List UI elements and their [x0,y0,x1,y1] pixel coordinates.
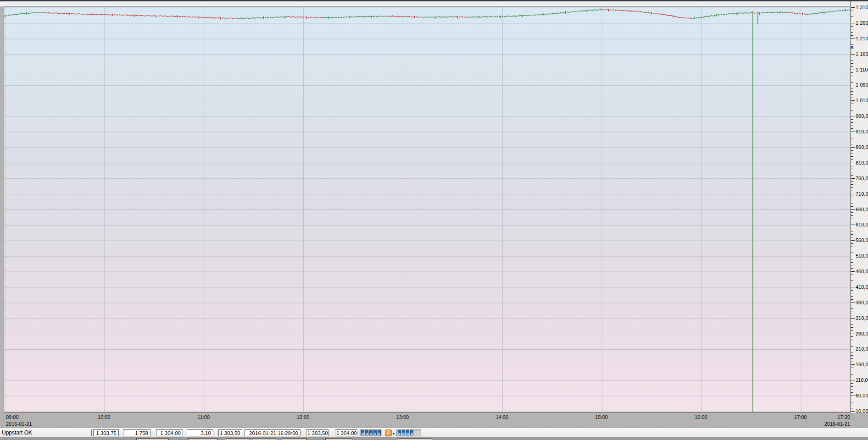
price-axis-label: 1 160,00 [856,52,868,57]
price-axis-tick [851,166,853,166]
price-axis-tick [851,321,853,321]
price-axis-label: 760,00 [856,176,868,181]
cut-off-button-top[interactable] [282,438,307,440]
price-axis-label: 910,00 [856,129,868,134]
price-axis-tick [851,312,853,312]
status-bar: Uppstart OK 1 303,751 7581 304,003,101 3… [0,428,868,437]
price-axis-tick [851,374,853,374]
axis-date-right: 2016-01-21 [824,421,850,427]
cut-off-button-top[interactable] [325,438,352,440]
price-axis-label: 860,00 [856,145,868,150]
time-axis-label: 14:00 [496,414,509,420]
price-axis-tick [851,265,853,265]
price-axis-tick [851,318,855,319]
price-axis-tick [851,197,853,197]
price-axis-tick [851,368,853,368]
indicator-segment [378,430,381,435]
price-axis-tick [851,262,853,263]
price-axis-tick [851,315,853,315]
price-axis-tick [851,390,853,390]
time-axis-label: 16:00 [695,414,707,420]
price-axis-tick [851,364,855,365]
price-axis-tick [851,237,853,237]
indicator-segment [373,430,377,435]
price-axis-tick [851,225,855,225]
price-axis-tick [851,16,853,17]
indicator-segment [369,430,373,435]
price-axis-tick [851,110,853,110]
indicator-segment [406,430,409,435]
price-axis-tick [851,206,853,207]
price-axis-tick [851,340,853,340]
cut-off-button-top[interactable] [252,438,277,440]
price-axis-tick [851,11,853,11]
price-axis-tick [851,132,855,132]
price-axis-tick [851,160,853,160]
price-axis-tick [851,178,855,179]
price-axis-tick [851,20,853,20]
price-axis-tick [851,287,855,287]
time-axis-label: 13:00 [396,414,409,420]
price-axis-label: 610,00 [856,222,868,227]
price-axis-label: 410,00 [856,285,868,290]
cut-off-button-top[interactable] [136,438,169,440]
price-axis-tick [851,330,853,331]
price-axis-tick [851,278,853,278]
price-axis-label: 1 310,00 [856,5,868,10]
price-axis-label: 110,00 [856,378,868,383]
price-axis-label: 310,00 [856,316,868,321]
cut-off-button-top[interactable] [398,438,432,440]
cut-off-toolbar-row [0,437,868,440]
price-axis-tick [851,182,853,182]
price-axis-tick [851,268,853,269]
price-axis-tick [851,42,853,42]
price-axis-tick [851,377,853,377]
price-axis-tick [851,60,853,60]
price-axis-label: 960,00 [856,114,868,119]
time-axis-label: 15:00 [595,414,608,420]
indicator-segment [410,430,413,435]
price-axis-tick [851,98,853,98]
price-axis-tick [851,163,855,163]
price-axis-tick [851,172,853,172]
price-axis-label: 1 110,00 [856,67,868,72]
cut-off-button-top[interactable] [188,438,218,440]
price-axis-tick [851,38,855,39]
price-axis-label: 810,00 [856,160,868,165]
price-chart-plot-area[interactable] [4,6,850,412]
price-axis-tick [851,402,853,402]
price-axis-tick [851,66,853,67]
price-axis-tick [851,408,853,408]
cut-off-button-top[interactable] [225,438,250,440]
price-axis-tick [851,44,853,45]
price-axis-tick [851,327,853,328]
price-axis-tick [851,104,853,104]
price-axis-label: 710,00 [856,192,868,197]
price-axis-tick [851,63,853,64]
price-axis-tick [851,240,855,241]
price-axis-tick [851,203,853,204]
price-axis-tick [851,343,853,343]
price-axis-label: 60,00 [856,393,868,398]
feed-dropdown-arrow-icon[interactable]: ▾ [393,432,395,436]
price-axis-tick [851,396,855,396]
price-axis-tick [851,209,855,210]
status-field: 2016-01-21 16:29:00 [245,429,300,436]
time-axis: 2016-01-21 2016-01-21 09:0010:0011:0012:… [0,413,868,428]
price-axis-label: 560,00 [856,238,868,243]
price-axis-tick [851,94,853,95]
price-axis-label: 1 210,00 [856,36,868,41]
price-axis-tick [851,355,853,356]
price-axis-tick [851,138,853,138]
rss-feed-icon[interactable] [385,429,392,436]
price-axis-tick [851,386,853,387]
price-axis-label: 660,00 [856,207,868,212]
price-axis-label: 210,00 [856,346,868,352]
indicator-segment [365,430,368,435]
price-axis[interactable]: 1 310,001 260,001 210,001 160,001 110,00… [850,1,868,413]
trading-app-window: 1 310,001 260,001 210,001 160,001 110,00… [0,0,868,440]
status-field: 1 304,00 [156,429,183,436]
price-axis-tick [851,70,855,70]
price-axis-tick [851,228,853,228]
price-axis-tick [851,271,855,272]
